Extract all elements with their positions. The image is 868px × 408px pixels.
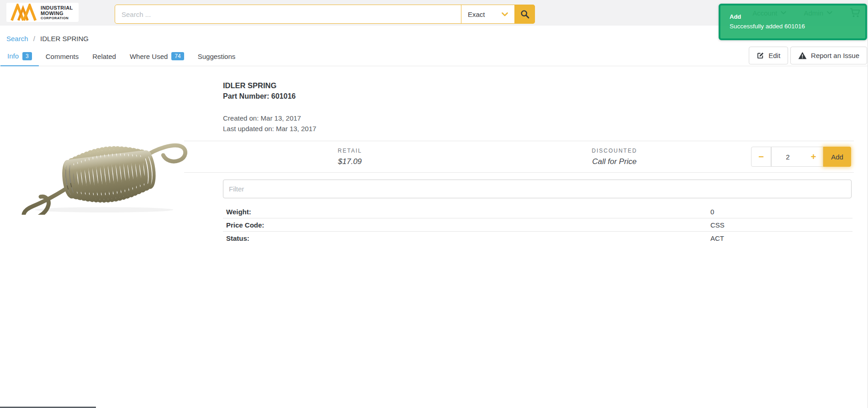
attribute-filter-input[interactable] — [223, 180, 852, 198]
discounted-value: Call for Price — [516, 157, 713, 166]
search-mode-select[interactable]: Exact — [461, 5, 514, 23]
tab-where-used-badge: 74 — [171, 52, 184, 60]
quantity-area: − + Add — [713, 147, 854, 167]
product-title: IDLER SPRING — [223, 81, 854, 90]
tab-label: Suggestions — [198, 53, 236, 60]
attribute-table: Weight: 0 Price Code: CSS Status: ACT — [223, 205, 852, 245]
tab-label: Where Used — [130, 53, 168, 60]
search-icon — [520, 10, 529, 19]
breadcrumb-separator: / — [33, 35, 35, 42]
logo-line1: INDUSTRIAL — [41, 5, 73, 11]
logo[interactable]: INDUSTRIAL MOWING CORPORATION — [6, 3, 79, 22]
toast-title: Add — [730, 13, 856, 20]
pricing-row: RETAIL $17.09 DISCOUNTED Call for Price … — [184, 141, 854, 173]
quantity-input[interactable] — [771, 147, 804, 167]
tab-label: Comments — [46, 53, 79, 60]
attribute-row-price-code: Price Code: CSS — [223, 218, 852, 232]
logo-line2: MOWING — [41, 11, 73, 16]
toast-notification[interactable]: Add Successfully added 601016 — [719, 4, 867, 40]
tab-info-badge: 3 — [22, 52, 32, 60]
attribute-row-weight: Weight: 0 — [223, 205, 852, 218]
attribute-label: Status: — [223, 234, 710, 242]
logo-mark-icon — [10, 4, 37, 21]
tabs: Info 3 Comments Related Where Used 74 Su… — [0, 47, 242, 66]
tab-related[interactable]: Related — [85, 47, 123, 66]
add-to-cart-button[interactable]: Add — [823, 147, 851, 167]
report-issue-label: Report an Issue — [811, 52, 859, 59]
attribute-label: Weight: — [223, 208, 710, 216]
product-created: Created on: Mar 13, 2017 — [223, 113, 854, 123]
logo-text: INDUSTRIAL MOWING CORPORATION — [41, 5, 73, 20]
product-image — [8, 135, 184, 216]
retail-price: RETAIL $17.09 — [184, 148, 516, 166]
search-bar: Exact — [115, 5, 535, 24]
report-issue-button[interactable]: Report an Issue — [790, 47, 867, 64]
edit-label: Edit — [768, 52, 780, 59]
retail-value: $17.09 — [184, 157, 516, 166]
product-image-column — [0, 66, 184, 245]
product-header: IDLER SPRING Part Number: 601016 Created… — [184, 81, 854, 134]
attribute-row-status: Status: ACT — [223, 232, 852, 245]
tab-comments[interactable]: Comments — [39, 47, 86, 66]
attribute-label: Price Code: — [223, 221, 710, 229]
product-part-number: Part Number: 601016 — [223, 92, 854, 101]
attribute-value: CSS — [710, 221, 725, 229]
warning-icon — [798, 52, 807, 59]
chevron-down-icon — [502, 12, 508, 16]
edit-pencil-icon — [757, 52, 764, 59]
tab-label: Related — [92, 53, 116, 60]
quantity-increase-button[interactable]: + — [804, 147, 823, 167]
tab-bar: Info 3 Comments Related Where Used 74 Su… — [0, 47, 868, 66]
product-detail-column: IDLER SPRING Part Number: 601016 Created… — [184, 66, 854, 245]
tab-label: Info — [7, 52, 19, 60]
logo-line3: CORPORATION — [41, 16, 73, 20]
search-input[interactable] — [115, 5, 461, 23]
toast-message: Successfully added 601016 — [730, 23, 856, 30]
breadcrumb-search-link[interactable]: Search — [6, 35, 28, 42]
page-actions: Edit Report an Issue — [749, 47, 868, 66]
quantity-stepper: − + Add — [751, 147, 851, 167]
discounted-label: DISCOUNTED — [516, 148, 713, 154]
search-mode-value: Exact — [468, 11, 485, 18]
quantity-decrease-button[interactable]: − — [751, 147, 771, 167]
search-button[interactable] — [514, 5, 535, 24]
edit-button[interactable]: Edit — [749, 47, 788, 64]
tab-where-used[interactable]: Where Used 74 — [123, 47, 191, 66]
discounted-price: DISCOUNTED Call for Price — [516, 148, 713, 166]
attribute-value: ACT — [710, 234, 724, 242]
retail-label: RETAIL — [184, 148, 516, 154]
attribute-value: 0 — [710, 208, 714, 216]
tab-suggestions[interactable]: Suggestions — [191, 47, 243, 66]
spring-image — [8, 135, 200, 215]
tab-info[interactable]: Info 3 — [0, 47, 39, 66]
main-content: IDLER SPRING Part Number: 601016 Created… — [0, 66, 868, 245]
breadcrumb-current: IDLER SPRING — [40, 35, 89, 42]
product-updated: Last updated on: Mar 13, 2017 — [223, 123, 854, 134]
